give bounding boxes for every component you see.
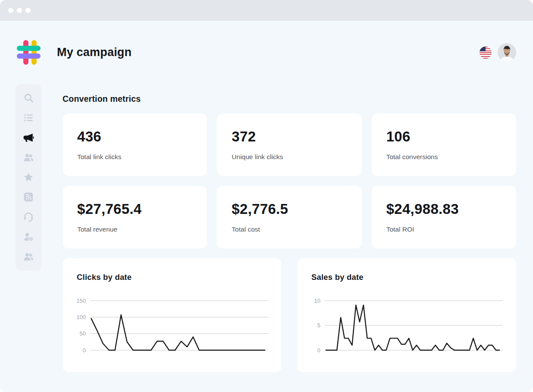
metric-value: 106 xyxy=(386,128,502,145)
brand-logo xyxy=(17,40,41,65)
star-icon xyxy=(23,172,34,183)
metric-cards-grid: 436 Total link clicks 372 Unique link cl… xyxy=(63,113,516,248)
team-icon xyxy=(23,251,34,262)
sales-by-date-chart-card: Sales by date 0510 xyxy=(297,258,516,372)
metric-value: 436 xyxy=(77,128,192,145)
sidebar-item-audience[interactable] xyxy=(16,147,41,167)
window-control-dot[interactable] xyxy=(25,8,31,13)
sidebar xyxy=(16,84,41,270)
svg-text:5: 5 xyxy=(317,322,320,329)
app-header: My campaign xyxy=(0,21,533,84)
language-flag-icon[interactable] xyxy=(480,47,492,59)
metric-value: 372 xyxy=(232,128,347,145)
users-icon xyxy=(23,152,34,163)
metric-card-total-roi: $24,988.83 Total ROI xyxy=(372,186,516,248)
user-settings-icon xyxy=(23,231,34,242)
sidebar-item-search[interactable] xyxy=(16,88,41,108)
logo-bar-yellow xyxy=(31,40,37,65)
sidebar-item-team[interactable] xyxy=(16,247,41,267)
metric-label: Total ROI xyxy=(386,226,502,233)
window-titlebar xyxy=(0,0,533,21)
window-control-dot[interactable] xyxy=(8,8,13,13)
svg-text:100: 100 xyxy=(76,314,86,320)
avatar-illustration xyxy=(498,43,516,62)
metric-card-unique-link-clicks: 372 Unique link clicks xyxy=(217,113,361,176)
section-title: Convertion metrics xyxy=(63,94,516,104)
metric-card-total-cost: $2,776.5 Total cost xyxy=(217,186,361,248)
sidebar-item-list[interactable] xyxy=(16,108,41,128)
svg-text:150: 150 xyxy=(76,298,86,304)
rss-icon xyxy=(23,191,34,203)
metric-value: $27,765.4 xyxy=(77,201,192,218)
logo-bar-purple xyxy=(17,53,41,59)
metric-value: $24,988.83 xyxy=(386,201,502,218)
search-icon xyxy=(23,92,34,103)
sidebar-item-user-settings[interactable] xyxy=(16,227,41,247)
metric-label: Total conversions xyxy=(386,153,502,161)
metric-label: Unique link clicks xyxy=(232,153,347,161)
svg-text:0: 0 xyxy=(83,347,86,354)
metric-label: Total cost xyxy=(232,226,347,233)
sales-line-chart: 0510 xyxy=(297,258,516,372)
metric-card-total-revenue: $27,765.4 Total revenue xyxy=(63,186,207,248)
megaphone-icon xyxy=(23,132,34,143)
page-title: My campaign xyxy=(57,46,132,59)
sidebar-item-support[interactable] xyxy=(16,207,41,227)
logo-bar-teal xyxy=(17,46,41,51)
sidebar-item-campaigns[interactable] xyxy=(16,128,41,147)
metric-value: $2,776.5 xyxy=(232,201,347,218)
svg-text:0: 0 xyxy=(317,347,320,354)
charts-row: Clicks by date 050100150 Sales by date 0… xyxy=(63,258,516,372)
body-row: Convertion metrics 436 Total link clicks… xyxy=(0,84,533,372)
list-icon xyxy=(23,112,34,123)
main-content: Convertion metrics 436 Total link clicks… xyxy=(63,84,516,372)
sidebar-item-feed[interactable] xyxy=(16,187,41,207)
headset-icon xyxy=(23,211,34,223)
sidebar-item-favorites[interactable] xyxy=(16,167,41,187)
svg-text:10: 10 xyxy=(314,298,320,304)
metric-label: Total link clicks xyxy=(77,153,192,161)
metric-label: Total revenue xyxy=(77,226,192,233)
clicks-by-date-chart-card: Clicks by date 050100150 xyxy=(63,258,282,372)
svg-text:50: 50 xyxy=(80,330,86,337)
user-avatar[interactable] xyxy=(498,43,516,62)
window-control-dot[interactable] xyxy=(17,8,22,13)
logo-bar-pink xyxy=(23,40,28,65)
metric-card-total-conversions: 106 Total conversions xyxy=(372,113,516,176)
app-window: My campaign xyxy=(0,0,533,392)
metric-card-total-link-clicks: 436 Total link clicks xyxy=(63,113,207,176)
clicks-line-chart: 050100150 xyxy=(63,258,282,372)
